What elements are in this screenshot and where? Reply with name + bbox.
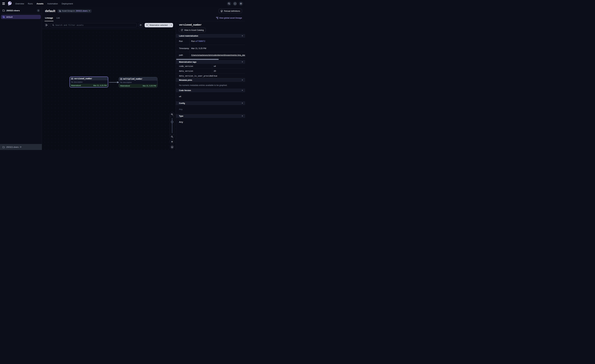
section-label: Metadata plots bbox=[179, 79, 192, 81]
section-type[interactable]: Type ▼ bbox=[176, 114, 245, 118]
chevron-down-icon: ▼ bbox=[242, 35, 243, 36]
octopus-icon bbox=[7, 1, 12, 6]
table-row: data_version_is_user_provided true bbox=[176, 73, 245, 78]
graph-toolbar: ⟳ ✦ ✦ ✦ Materialize selected ▾ bbox=[42, 21, 176, 29]
metadata-plots-empty-text: No numeric metadata entries available to… bbox=[176, 82, 245, 89]
reload-definitions-button[interactable]: Reload definitions bbox=[219, 9, 242, 13]
refresh-icon: ⟳ bbox=[140, 24, 142, 27]
asset-node-multiplied-number[interactable]: multiplied_number No description Materia… bbox=[119, 77, 157, 88]
asset-group-chip[interactable]: Asset Group in 250321-dvers ⟳ bbox=[57, 9, 92, 13]
asset-sidebar: 250321-dvers 1 default 250321-dvers ⟳ bbox=[0, 7, 42, 150]
repo-name: 250321-dvers bbox=[7, 9, 20, 12]
section-config[interactable]: Config ▼ bbox=[176, 101, 245, 105]
zoom-in-button[interactable] bbox=[170, 112, 174, 117]
download-graph-button[interactable] bbox=[170, 145, 174, 149]
tab-lineage[interactable]: Lineage bbox=[45, 15, 53, 21]
materialize-label: Materialize selected bbox=[150, 24, 168, 26]
view-in-asset-catalog-button[interactable]: View in Asset Catalog bbox=[179, 28, 206, 32]
asset-node-header: versioned_number bbox=[70, 77, 108, 80]
top-nav-actions: ? ⚙ bbox=[227, 1, 245, 6]
section-code-version[interactable]: Code Version ▼ bbox=[176, 89, 245, 92]
zoom-in-icon bbox=[171, 113, 173, 116]
sidebar-item-default-group[interactable]: default bbox=[1, 15, 41, 19]
dagster-logo[interactable] bbox=[7, 1, 13, 6]
asset-node-status-bar: Materialized Mar 21, 5:25 PM bbox=[70, 84, 108, 87]
asset-node-header: multiplied_number bbox=[119, 77, 157, 81]
chevron-down-icon: ▼ bbox=[242, 61, 243, 63]
path-link[interactable]: /Users/smackesey/stm/code/elementl/exper… bbox=[191, 54, 245, 56]
row-value: v4 bbox=[212, 64, 245, 68]
reload-definitions-label: Reload definitions bbox=[224, 10, 240, 12]
refresh-graph-button[interactable]: ⟳ bbox=[139, 23, 143, 27]
asset-details-panel: versioned_number View in Asset Catalog L… bbox=[176, 21, 245, 150]
menu-button[interactable] bbox=[0, 0, 7, 7]
zoom-control bbox=[170, 112, 174, 139]
view-in-asset-catalog-label: View in Asset Catalog bbox=[184, 29, 204, 31]
nav-runs[interactable]: Runs bbox=[28, 2, 33, 5]
chip-repo-link[interactable]: 250321-dvers bbox=[76, 10, 88, 12]
search-input[interactable] bbox=[55, 24, 135, 26]
asset-node-versioned-number[interactable]: versioned_number No description Material… bbox=[70, 77, 108, 87]
row-value: 20 bbox=[212, 69, 245, 73]
graph-settings-button[interactable]: ⚙ bbox=[170, 140, 174, 144]
zoom-slider-track[interactable] bbox=[172, 118, 172, 133]
sidebar-footer-repo[interactable]: 250321-dvers ⟳ bbox=[0, 144, 42, 150]
nav-overview[interactable]: Overview bbox=[15, 2, 24, 5]
row-key: code_version bbox=[176, 64, 212, 68]
settings-button[interactable]: ⚙ bbox=[239, 1, 243, 6]
page-title: default bbox=[45, 9, 55, 13]
materialize-main[interactable]: ✦ ✦ ✦ Materialize selected bbox=[145, 24, 169, 26]
top-nav: Overview Runs Assets Automation Deployme… bbox=[0, 0, 245, 7]
sidebar-repo-row[interactable]: 250321-dvers 1 bbox=[0, 7, 42, 14]
view-global-asset-lineage-label: View global asset lineage bbox=[219, 17, 242, 19]
row-key: Timestamp bbox=[176, 45, 190, 52]
row-value: true bbox=[212, 73, 245, 78]
table-icon bbox=[120, 78, 122, 80]
section-label: Code Version bbox=[179, 89, 191, 91]
footer-repo-name: 250321-dvers bbox=[6, 146, 19, 148]
materialize-selected-button[interactable]: ✦ ✦ ✦ Materialize selected ▾ bbox=[145, 23, 173, 27]
refresh-icon[interactable]: ⟳ bbox=[20, 146, 21, 148]
tab-lineage-label: Lineage bbox=[45, 17, 53, 19]
table-row: code_version v4 bbox=[176, 64, 245, 69]
section-latest-materialization[interactable]: Latest materialization ▼ bbox=[176, 34, 245, 38]
lineage-edge-arrow bbox=[109, 81, 119, 84]
asset-node-body: No description bbox=[119, 81, 157, 84]
gear-icon: ⚙ bbox=[171, 140, 173, 143]
help-button[interactable]: ? bbox=[233, 1, 237, 6]
asset-detail-title: versioned_number bbox=[176, 21, 245, 26]
scrollbar-thumb[interactable] bbox=[176, 59, 219, 60]
section-label: Latest materialization bbox=[179, 35, 198, 37]
repo-asset-count-badge: 1 bbox=[37, 9, 40, 12]
table-row: Timestamp Mar 21, 5:25 PM bbox=[176, 45, 245, 52]
refresh-icon[interactable]: ⟳ bbox=[89, 10, 90, 12]
expand-sidebar-panel-button[interactable] bbox=[45, 23, 49, 27]
sparkles-icon: ✦ ✦ ✦ bbox=[146, 24, 149, 26]
zoom-out-button[interactable] bbox=[170, 134, 174, 139]
nav-automation[interactable]: Automation bbox=[47, 2, 58, 5]
tab-list[interactable]: List bbox=[57, 15, 60, 21]
lineage-canvas[interactable]: versioned_number No description Material… bbox=[42, 29, 176, 150]
section-materialization-tags[interactable]: Materialization tags ▼ bbox=[176, 60, 245, 64]
asset-node-description: No description bbox=[120, 81, 132, 83]
view-global-asset-lineage-link[interactable]: View global asset lineage bbox=[216, 17, 242, 19]
nav-items: Overview Runs Assets Automation Deployme… bbox=[15, 2, 73, 5]
external-link-icon bbox=[181, 29, 183, 31]
materialize-dropdown-button[interactable]: ▾ bbox=[169, 23, 173, 27]
zoom-slider[interactable] bbox=[170, 117, 174, 134]
nav-assets[interactable]: Assets bbox=[36, 2, 43, 5]
row-key: Run bbox=[176, 38, 190, 45]
caret-down-icon: ▾ bbox=[171, 24, 172, 26]
section-metadata-plots[interactable]: Metadata plots ▼ bbox=[176, 78, 245, 82]
download-icon bbox=[171, 146, 173, 148]
nav-deployment[interactable]: Deployment bbox=[62, 2, 73, 5]
materialized-timestamp: Mar 21, 5:25 PM bbox=[143, 85, 156, 87]
search-button[interactable] bbox=[227, 1, 231, 6]
section-label: Type bbox=[179, 115, 183, 117]
asset-group-icon bbox=[59, 10, 61, 12]
zoom-slider-knob[interactable] bbox=[171, 121, 173, 123]
table-row: data_version 20 bbox=[176, 69, 245, 73]
run-prefix: Run bbox=[191, 40, 195, 42]
run-id-link[interactable]: ef7800f2 bbox=[195, 40, 205, 42]
materialization-tags-table: code_version v4 data_version 20 data_ver… bbox=[176, 64, 245, 78]
